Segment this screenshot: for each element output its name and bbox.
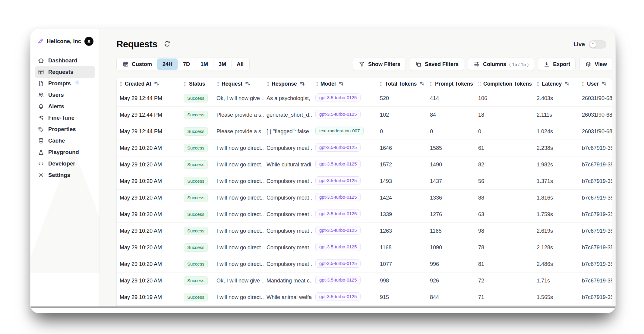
column-header-total-tokens[interactable]: Total Tokens bbox=[377, 81, 427, 87]
drag-handle-icon[interactable] bbox=[478, 82, 481, 86]
cell-created-at: May 29 10:20 AM bbox=[117, 278, 181, 284]
sidebar-item-users[interactable]: Users bbox=[35, 89, 95, 101]
table-row[interactable]: May 29 10:20 AMSuccessI will now go dire… bbox=[117, 239, 612, 256]
table-row[interactable]: May 29 10:20 AMSuccessI will now go dire… bbox=[117, 140, 612, 156]
time-range-1m[interactable]: 1M bbox=[195, 58, 213, 70]
status-badge: Success bbox=[184, 293, 208, 301]
live-toggle[interactable]: * bbox=[589, 40, 606, 49]
cell-user: b7c67919-35 bbox=[579, 162, 612, 168]
columns-button[interactable]: Columns( 15 / 15 ) bbox=[468, 58, 534, 71]
bell-icon bbox=[38, 103, 44, 110]
sidebar-item-fine-tune[interactable]: Fine-Tune bbox=[35, 112, 95, 124]
document-icon bbox=[38, 80, 44, 87]
sort-descending-icon[interactable] bbox=[601, 81, 607, 87]
drag-handle-icon[interactable] bbox=[380, 82, 383, 86]
table-row[interactable]: May 29 10:20 AMSuccessI will now go dire… bbox=[117, 173, 612, 190]
sidebar-item-properties[interactable]: Properties bbox=[35, 124, 95, 135]
sort-descending-icon[interactable] bbox=[419, 81, 425, 87]
column-header-model[interactable]: Model bbox=[312, 81, 377, 87]
column-header-prompt-tokens[interactable]: Prompt Tokens bbox=[427, 81, 475, 87]
table-row[interactable]: May 29 10:20 AMSuccessI will now go dire… bbox=[117, 206, 612, 223]
avatar[interactable]: S bbox=[84, 37, 93, 46]
cell-prompt-tokens: 1437 bbox=[427, 178, 475, 184]
table-header-row: Created AtStatusRequestResponseModelTota… bbox=[117, 78, 612, 90]
sidebar-item-dashboard[interactable]: Dashboard bbox=[35, 55, 95, 66]
sidebar-item-developer[interactable]: Developer bbox=[35, 158, 95, 169]
cell-created-at: May 29 10:20 AM bbox=[117, 162, 181, 168]
show-filters-button[interactable]: Show Filters bbox=[353, 58, 406, 71]
sidebar-item-label: Dashboard bbox=[48, 57, 77, 64]
refresh-button[interactable] bbox=[163, 40, 172, 49]
sidebar-item-cache[interactable]: Cache bbox=[35, 135, 95, 147]
org-header[interactable]: Helicone, Inc S bbox=[35, 37, 95, 46]
cell-user: b7c67919-35 bbox=[579, 261, 612, 267]
status-badge: Success bbox=[184, 94, 208, 102]
flask-icon bbox=[38, 149, 44, 156]
sidebar-item-label: Users bbox=[48, 92, 64, 98]
drag-handle-icon[interactable] bbox=[315, 82, 318, 86]
drag-handle-icon[interactable] bbox=[537, 82, 539, 86]
cell-user: 26031f90-68 bbox=[579, 95, 612, 102]
title-row: Requests Live * bbox=[100, 37, 615, 51]
saved-filters-button[interactable]: Saved Filters bbox=[410, 58, 464, 71]
live-label: Live bbox=[573, 41, 585, 48]
time-range-24h[interactable]: 24H bbox=[157, 58, 178, 70]
sidebar-item-settings[interactable]: Settings bbox=[35, 169, 95, 181]
sidebar-item-prompts[interactable]: Prompts bbox=[35, 78, 95, 89]
cell-completion-tokens: 18 bbox=[475, 112, 534, 118]
table-row[interactable]: May 29 12:44 PMSuccessPlease provide a s… bbox=[117, 123, 612, 140]
column-header-request[interactable]: Request bbox=[213, 81, 264, 87]
table-row[interactable]: May 29 10:20 AMSuccessI will now go dire… bbox=[117, 256, 612, 273]
cell-request: I will now go direct... bbox=[213, 162, 264, 168]
time-range-all[interactable]: All bbox=[231, 58, 249, 70]
table-row[interactable]: May 29 10:20 AMSuccessOk, I will now giv… bbox=[117, 273, 612, 289]
table-row[interactable]: May 29 10:19 AMSuccessI will now go dire… bbox=[117, 289, 612, 306]
drag-handle-icon[interactable] bbox=[267, 82, 269, 86]
sort-descending-icon[interactable] bbox=[154, 81, 159, 87]
cell-created-at: May 29 10:20 AM bbox=[117, 244, 181, 251]
model-badge: gpt-3.5-turbo-0125 bbox=[315, 259, 361, 268]
time-range-7d[interactable]: 7D bbox=[178, 58, 195, 70]
sidebar-item-alerts[interactable]: Alerts bbox=[35, 101, 95, 112]
sort-descending-icon[interactable] bbox=[245, 81, 251, 87]
sort-descending-icon[interactable] bbox=[299, 81, 305, 87]
cell-latency: 1.816s bbox=[534, 195, 579, 201]
sidebar-item-requests[interactable]: Requests bbox=[35, 66, 95, 78]
table-row[interactable]: May 29 10:20 AMSuccessI will now go dire… bbox=[117, 223, 612, 239]
status-badge: Success bbox=[184, 177, 208, 185]
column-header-completion-tokens[interactable]: Completion Tokens bbox=[475, 81, 534, 87]
cell-status: Success bbox=[181, 243, 213, 252]
sort-descending-icon[interactable] bbox=[564, 81, 570, 87]
table-row[interactable]: May 29 12:44 PMSuccessOk, I will now giv… bbox=[117, 90, 612, 107]
drag-handle-icon[interactable] bbox=[120, 82, 122, 86]
column-header-user[interactable]: User bbox=[579, 81, 612, 87]
sidebar-item-playground[interactable]: Playground bbox=[35, 147, 95, 158]
column-label: Latency bbox=[542, 81, 562, 87]
cell-model: gpt-3.5-turbo-0125 bbox=[312, 276, 377, 286]
drag-handle-icon[interactable] bbox=[216, 82, 219, 86]
column-header-status[interactable]: Status bbox=[181, 81, 213, 87]
column-header-created-at[interactable]: Created At bbox=[117, 81, 181, 87]
export-button[interactable]: Export bbox=[538, 58, 576, 71]
cell-created-at: May 29 10:20 AM bbox=[117, 145, 181, 151]
status-badge: Success bbox=[184, 111, 208, 119]
sort-descending-icon[interactable] bbox=[338, 81, 344, 87]
sidebar-nav: DashboardRequestsPromptsUsersAlertsFine-… bbox=[35, 55, 95, 181]
page-title: Requests bbox=[116, 39, 157, 50]
drag-handle-icon[interactable] bbox=[184, 82, 187, 86]
cell-request: I will now go direct... bbox=[213, 228, 264, 234]
view-button[interactable]: View bbox=[579, 58, 612, 71]
time-range-label: 3M bbox=[219, 61, 226, 68]
time-range-3m[interactable]: 3M bbox=[213, 58, 231, 70]
column-label: Status bbox=[189, 81, 205, 87]
table-row[interactable]: May 29 10:20 AMSuccessI will now go dire… bbox=[117, 190, 612, 206]
table-row[interactable]: May 29 12:44 PMSuccessPlease provide a s… bbox=[117, 107, 612, 123]
cell-status: Success bbox=[181, 260, 213, 268]
table-row[interactable]: May 29 10:20 AMSuccessI will now go dire… bbox=[117, 156, 612, 173]
cell-prompt-tokens: 84 bbox=[427, 112, 475, 118]
column-header-response[interactable]: Response bbox=[264, 81, 312, 87]
column-header-latency[interactable]: Latency bbox=[534, 81, 579, 87]
drag-handle-icon[interactable] bbox=[582, 82, 585, 86]
time-range-custom[interactable]: Custom bbox=[117, 58, 157, 70]
drag-handle-icon[interactable] bbox=[430, 82, 433, 86]
